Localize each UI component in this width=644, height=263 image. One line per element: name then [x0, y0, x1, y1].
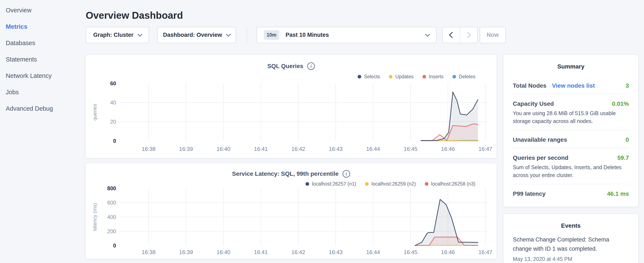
dashboard-dropdown-label: Dashboard: Overview	[163, 32, 222, 38]
sidebar-item-advanced-debug[interactable]: Advanced Debug	[0, 100, 85, 117]
svg-text:400: 400	[107, 214, 116, 220]
chevron-left-icon	[449, 32, 455, 38]
view-nodes-list-link[interactable]: View nodes list	[552, 82, 595, 89]
svg-text:16:46: 16:46	[441, 146, 455, 152]
service-latency-chart: 16:3816:3916:4016:4116:4216:4316:4416:45…	[86, 163, 498, 260]
svg-text:16:42: 16:42	[291, 146, 305, 152]
events-title: Events	[513, 214, 629, 229]
page-title: Overview Dashboard	[86, 10, 183, 21]
queries-per-second-description: Sum of Selects, Updates, Inserts, and De…	[513, 163, 629, 179]
svg-text:200: 200	[107, 228, 116, 234]
divider	[513, 94, 629, 94]
sidebar-item-jobs[interactable]: Jobs	[0, 84, 85, 100]
svg-text:0: 0	[113, 242, 116, 248]
time-window-selector[interactable]: 10m Past 10 Minutes	[256, 27, 436, 43]
svg-text:20: 20	[110, 119, 116, 125]
next-time-button[interactable]	[460, 27, 477, 43]
svg-text:16:44: 16:44	[366, 249, 380, 255]
event-timestamp: May 13, 2020 at 4:45 PM	[513, 256, 629, 262]
svg-text:600: 600	[107, 200, 116, 205]
svg-text:latency (ms): latency (ms)	[92, 203, 98, 231]
dashboard-dropdown[interactable]: Dashboard: Overview	[157, 27, 236, 43]
total-nodes-row: Total Nodes View nodes list 3	[513, 82, 629, 89]
time-step-buttons	[442, 27, 478, 43]
unavailable-ranges-value: 0	[626, 136, 629, 143]
sidebar-item-databases[interactable]: Databases	[0, 35, 85, 51]
svg-text:16:40: 16:40	[216, 249, 230, 255]
sidebar-nav: OverviewMetricsDatabasesStatementsNetwor…	[0, 0, 85, 117]
svg-text:16:46: 16:46	[441, 249, 455, 255]
svg-text:16:47: 16:47	[478, 249, 492, 255]
chevron-down-icon	[137, 32, 142, 37]
events-panel: Events Schema Change Completed: Schema c…	[503, 213, 639, 263]
chevron-down-icon	[425, 32, 430, 37]
event-text: Schema Change Completed: Schema change w…	[513, 235, 629, 253]
svg-text:16:43: 16:43	[329, 249, 342, 255]
graph-dropdown-label: Graph: Cluster	[93, 32, 133, 38]
divider	[513, 130, 629, 130]
svg-text:60: 60	[110, 80, 116, 86]
svg-text:16:41: 16:41	[254, 249, 268, 255]
chevron-down-icon	[226, 32, 231, 37]
svg-text:16:38: 16:38	[142, 146, 156, 152]
graph-dropdown[interactable]: Graph: Cluster	[86, 27, 149, 43]
time-window-badge: 10m	[264, 30, 279, 40]
p99-latency-row: P99 latency 46.1 ms	[513, 190, 629, 197]
svg-text:800: 800	[107, 185, 116, 191]
divider	[513, 184, 629, 184]
svg-text:16:39: 16:39	[179, 146, 193, 152]
divider	[513, 148, 629, 148]
unavailable-ranges-row: Unavailable ranges 0	[513, 136, 629, 143]
svg-text:16:39: 16:39	[179, 249, 193, 255]
capacity-used-label: Capacity Used	[513, 100, 554, 107]
now-button[interactable]: Now	[480, 27, 506, 43]
svg-text:16:45: 16:45	[404, 249, 417, 255]
svg-text:16:41: 16:41	[254, 146, 268, 152]
queries-per-second-label: Queries per second	[513, 154, 568, 161]
svg-text:16:44: 16:44	[366, 146, 380, 152]
sidebar-item-statements[interactable]: Statements	[0, 51, 85, 68]
prev-time-button[interactable]	[443, 27, 460, 43]
sidebar-item-metrics[interactable]: Metrics	[0, 19, 85, 35]
svg-text:16:43: 16:43	[329, 146, 342, 152]
total-nodes-value: 3	[626, 82, 629, 89]
sidebar-item-network-latency[interactable]: Network Latency	[0, 68, 85, 84]
capacity-used-value: 0.01%	[612, 100, 629, 107]
svg-text:16:42: 16:42	[291, 249, 305, 255]
event-item: Schema Change Completed: Schema change w…	[513, 235, 629, 262]
sidebar-item-overview[interactable]: Overview	[0, 2, 85, 19]
toolbar-divider	[247, 27, 247, 43]
time-window-label: Past 10 Minutes	[286, 32, 329, 38]
capacity-used-row: Capacity Used 0.01% You are using 28.6 M…	[513, 100, 629, 125]
p99-latency-value: 46.1 ms	[607, 190, 629, 197]
now-button-label: Now	[487, 32, 499, 38]
summary-panel: Summary Total Nodes View nodes list 3 Ca…	[503, 54, 639, 207]
queries-per-second-row: Queries per second 59.7 Sum of Selects, …	[513, 154, 629, 179]
p99-latency-label: P99 latency	[513, 190, 546, 197]
total-nodes-label: Total Nodes	[513, 82, 546, 89]
svg-text:40: 40	[110, 100, 116, 106]
chevron-right-icon	[464, 32, 471, 38]
sql-queries-chart: 16:3816:3916:4016:4116:4216:4316:4416:45…	[86, 55, 498, 159]
summary-title: Summary	[513, 55, 629, 70]
svg-text:16:47: 16:47	[478, 146, 492, 152]
svg-text:16:45: 16:45	[404, 146, 417, 152]
sql-queries-chart-card: SQL Queries i SelectsUpdatesInsertsDelet…	[85, 54, 497, 158]
service-latency-chart-card: Service Latency: SQL, 99th percentile i …	[85, 163, 497, 259]
svg-text:0: 0	[113, 138, 116, 144]
svg-text:queries: queries	[92, 104, 98, 121]
queries-per-second-value: 59.7	[618, 154, 629, 161]
unavailable-ranges-label: Unavailable ranges	[513, 136, 567, 143]
capacity-used-description: You are using 28.6 MiB of 515.9 GiB usab…	[513, 109, 629, 125]
svg-text:16:38: 16:38	[142, 249, 156, 255]
svg-text:16:40: 16:40	[216, 146, 230, 152]
